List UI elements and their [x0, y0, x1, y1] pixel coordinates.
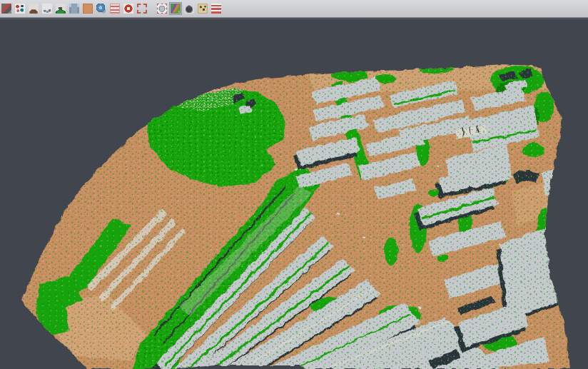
open-project-button[interactable] [0, 2, 13, 15]
open-project-icon [1, 4, 11, 14]
notes-button[interactable] [196, 2, 209, 15]
dem-button[interactable] [27, 2, 40, 15]
notes-icon [198, 4, 208, 14]
toolbar-separator [149, 2, 156, 15]
mesh-icon [56, 4, 66, 14]
scene [0, 19, 588, 369]
toolbar [0, 0, 588, 18]
orthomosaic-icon [83, 4, 93, 14]
marker-button[interactable] [122, 2, 135, 15]
align-photos-button[interactable] [14, 2, 26, 15]
dense-cloud-button[interactable] [41, 2, 54, 15]
features-layer [0, 19, 588, 369]
align-photos-icon [15, 4, 25, 14]
camera-button[interactable] [183, 2, 196, 15]
classified-3d-scene [0, 19, 588, 369]
shapes-button[interactable] [108, 2, 121, 15]
dense-cloud-icon [42, 4, 52, 14]
mesh-button[interactable] [54, 2, 67, 15]
shapes-icon [110, 4, 120, 14]
remove-icon [211, 4, 221, 14]
orthomosaic-button[interactable] [81, 2, 94, 15]
model-viewport[interactable] [0, 19, 588, 369]
camera-icon [184, 4, 194, 14]
region-button[interactable] [136, 2, 148, 15]
globe-button[interactable] [95, 2, 108, 15]
sphere-bounds-button[interactable] [156, 2, 168, 15]
tiled-model-button[interactable] [68, 2, 81, 15]
sphere-bounds-icon [157, 4, 167, 14]
region-icon [137, 4, 147, 14]
remove-button[interactable] [210, 2, 223, 15]
point-noise-overlay [0, 19, 588, 369]
tiled-model-icon [69, 4, 79, 14]
classified-map-icon [171, 4, 181, 14]
classified-map-button[interactable] [169, 2, 182, 15]
dem-icon [29, 4, 39, 14]
marker-icon [123, 4, 133, 14]
globe-icon [96, 4, 106, 14]
